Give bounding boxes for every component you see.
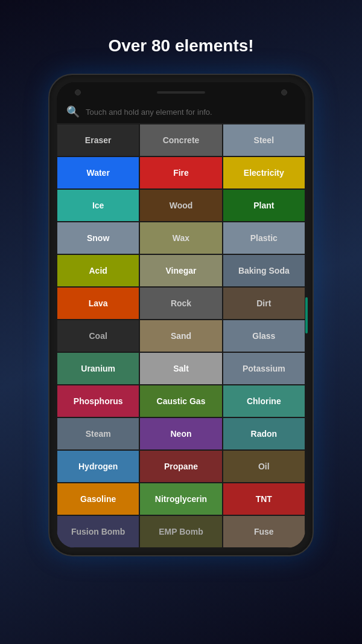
element-cell[interactable]: Snow — [57, 222, 139, 254]
element-cell[interactable]: Caustic Gas — [139, 385, 222, 417]
element-cell[interactable]: Lava — [57, 287, 139, 320]
element-cell[interactable]: Ice — [57, 189, 139, 222]
element-cell[interactable]: Vinegar — [139, 254, 222, 287]
element-cell[interactable]: Coal — [57, 320, 139, 352]
element-cell[interactable]: Eraser — [57, 124, 139, 156]
phone-screen: 🔍 Touch and hold any element for info. E… — [57, 82, 305, 548]
scroll-indicator — [305, 297, 308, 333]
camera-right — [281, 89, 287, 95]
speaker-bar — [157, 91, 205, 94]
element-cell[interactable]: Sand — [139, 320, 222, 352]
element-cell[interactable]: Plastic — [223, 222, 305, 254]
element-cell[interactable]: Phosphorus — [57, 385, 139, 417]
element-cell[interactable]: Steel — [223, 124, 305, 156]
elements-grid: EraserConcreteSteelWaterFireElectricityI… — [57, 124, 305, 548]
camera-left — [75, 89, 81, 95]
element-cell[interactable]: Water — [57, 156, 139, 189]
element-cell[interactable]: Propane — [139, 450, 222, 483]
search-bar[interactable]: 🔍 Touch and hold any element for info. — [57, 100, 305, 124]
element-cell[interactable]: Oil — [223, 450, 305, 483]
element-cell[interactable]: Wax — [139, 222, 222, 254]
element-cell[interactable]: Wood — [139, 189, 222, 222]
element-cell[interactable]: Chlorine — [223, 385, 305, 417]
element-cell[interactable]: Plant — [223, 189, 305, 222]
element-cell[interactable]: Fusion Bomb — [57, 515, 139, 548]
element-cell[interactable]: Electricity — [223, 156, 305, 189]
element-cell[interactable]: Neon — [139, 417, 222, 450]
element-cell[interactable]: EMP Bomb — [139, 515, 222, 548]
phone-frame: 🔍 Touch and hold any element for info. E… — [48, 74, 314, 556]
element-cell[interactable]: Rock — [139, 287, 222, 320]
element-cell[interactable]: Radon — [223, 417, 305, 450]
phone-top-bar — [57, 82, 305, 100]
search-placeholder: Touch and hold any element for info. — [86, 108, 212, 117]
element-cell[interactable]: Baking Soda — [223, 254, 305, 287]
element-cell[interactable]: Concrete — [139, 124, 222, 156]
element-cell[interactable]: Gasoline — [57, 483, 139, 515]
element-cell[interactable]: Potassium — [223, 352, 305, 385]
element-cell[interactable]: Acid — [57, 254, 139, 287]
element-cell[interactable]: Hydrogen — [57, 450, 139, 483]
element-cell[interactable]: Nitroglycerin — [139, 483, 222, 515]
search-icon: 🔍 — [66, 105, 80, 118]
element-cell[interactable]: Dirt — [223, 287, 305, 320]
element-cell[interactable]: Fuse — [223, 515, 305, 548]
element-cell[interactable]: Glass — [223, 320, 305, 352]
element-cell[interactable]: Steam — [57, 417, 139, 450]
element-cell[interactable]: TNT — [223, 483, 305, 515]
element-cell[interactable]: Fire — [139, 156, 222, 189]
element-cell[interactable]: Salt — [139, 352, 222, 385]
element-cell[interactable]: Uranium — [57, 352, 139, 385]
headline: Over 80 elements! — [108, 36, 253, 56]
